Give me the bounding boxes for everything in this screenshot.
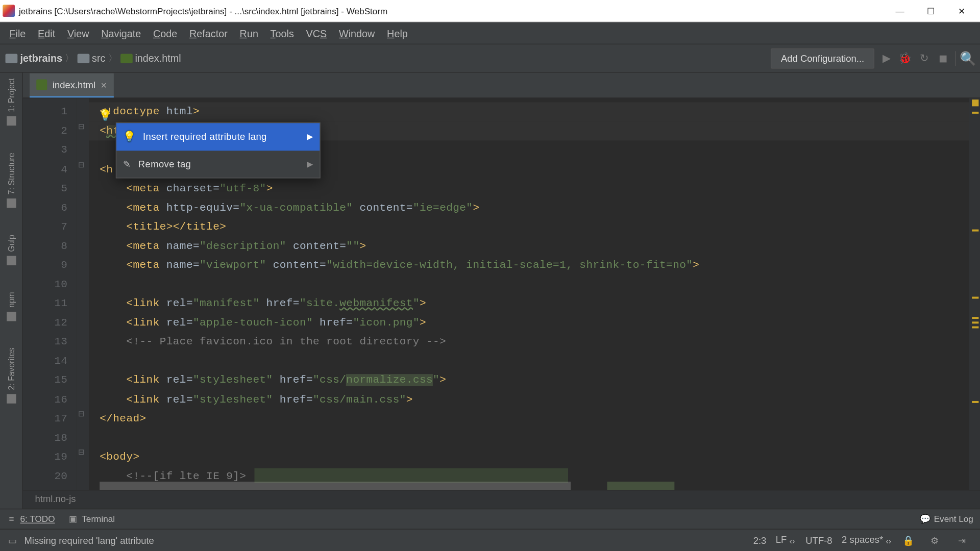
- horizontal-scrollbar[interactable]: [89, 482, 969, 490]
- search-icon[interactable]: 🔍: [961, 52, 974, 65]
- list-icon: ≡: [7, 514, 16, 523]
- lock-icon[interactable]: 🔒: [902, 534, 914, 546]
- warning-marker-icon: [972, 317, 978, 319]
- speech-icon: 💬: [920, 514, 929, 523]
- intention-item-insert-lang[interactable]: 💡 Insert required attribute lang ▶: [116, 123, 320, 150]
- tool-project[interactable]: 1: Project: [7, 78, 16, 126]
- titlebar: jetbrains [C:\Users\rache\WebstormProjec…: [0, 0, 980, 22]
- intention-item-remove-tag[interactable]: ✎ Remove tag ▶: [116, 151, 320, 178]
- indent-setting[interactable]: 2 spaces*‹›: [842, 535, 893, 545]
- app-icon: [3, 5, 15, 17]
- menu-tools[interactable]: Tools: [265, 24, 299, 41]
- fold-marker-icon[interactable]: ⊟: [78, 448, 84, 457]
- status-window-icon[interactable]: ▭: [7, 534, 19, 546]
- code-line: <link rel="stylesheet" href="css/main.cs…: [89, 390, 969, 409]
- tool-gulp[interactable]: Gulp: [7, 235, 16, 265]
- line-separator[interactable]: LF‹›: [776, 535, 796, 545]
- line-number: 6: [23, 198, 71, 217]
- chevron-right-icon: ▶: [307, 155, 313, 174]
- code-line: <meta name="viewport" content="width=dev…: [89, 256, 969, 275]
- left-toolwindow-bar: 1: Project 7: Structure Gulp npm 2: Favo…: [0, 72, 23, 509]
- line-number: 17: [23, 409, 71, 429]
- file-encoding[interactable]: UTF-8: [805, 535, 832, 545]
- code-line: <meta http-equiv="x-ua-compatible" conte…: [89, 198, 969, 217]
- code-panel[interactable]: 💡<!doctype html> <html class="no-js"> <h…: [89, 98, 969, 490]
- menu-file[interactable]: File: [4, 24, 31, 41]
- status-message: Missing required 'lang' attribute: [24, 535, 753, 545]
- breadcrumb-item[interactable]: jetbrains: [20, 53, 62, 64]
- nav-toolbar: jetbrains 〉 src 〉 index.html Add Configu…: [0, 44, 980, 72]
- project-icon: [7, 116, 16, 126]
- bottom-toolwindow-bar: ≡6: TODO ▣Terminal 💬Event Log: [0, 509, 980, 529]
- inspect-icon[interactable]: ⚙: [929, 534, 941, 546]
- warning-marker-icon: [972, 99, 978, 106]
- code-line: <link rel="stylesheet" href="css/normali…: [89, 371, 969, 390]
- editor-breadcrumb[interactable]: html.no-js: [23, 490, 980, 509]
- menu-refactor[interactable]: Refactor: [184, 24, 233, 41]
- editor-tabs: index.html ×: [23, 72, 980, 98]
- breadcrumb: jetbrains 〉 src 〉 index.html: [6, 52, 771, 64]
- close-button[interactable]: ✕: [946, 0, 977, 21]
- tool-structure[interactable]: 7: Structure: [7, 153, 16, 208]
- warning-marker-icon: [972, 327, 978, 329]
- breadcrumb-item[interactable]: src: [92, 53, 105, 64]
- chevron-right-icon: 〉: [108, 52, 117, 64]
- menu-help[interactable]: Help: [382, 24, 413, 41]
- editor-shell: index.html × 1💡 2 3 4 5 6 7 8 9 10 11 12…: [23, 72, 980, 509]
- html-file-icon: [36, 80, 47, 90]
- fold-marker-icon[interactable]: ⊟: [78, 161, 84, 169]
- editor-body[interactable]: 1💡 2 3 4 5 6 7 8 9 10 11 12 13 14 15 16 …: [23, 98, 980, 490]
- debug-icon[interactable]: 🐞: [898, 52, 912, 65]
- line-number: 13: [23, 332, 71, 352]
- line-number: 19: [23, 447, 71, 467]
- bulb-icon: 💡: [123, 127, 136, 146]
- terminal-icon: ▣: [68, 514, 78, 523]
- breadcrumb-path: html.no-js: [35, 493, 76, 504]
- line-number: 4: [23, 160, 71, 179]
- toolwindow-todo[interactable]: ≡6: TODO: [7, 514, 55, 524]
- toolwindow-terminal[interactable]: ▣Terminal: [68, 514, 115, 524]
- gulp-icon: [7, 256, 16, 265]
- toolwindow-event-log[interactable]: 💬Event Log: [920, 514, 973, 524]
- tool-npm[interactable]: npm: [7, 292, 16, 321]
- fold-gutter: ⊟ ⊟ ⊟ ⊟: [77, 98, 89, 490]
- star-icon: [7, 394, 16, 404]
- code-line: <meta charset="utf-8">: [89, 179, 969, 198]
- statusbar: ▭ Missing required 'lang' attribute 2:3 …: [0, 529, 980, 550]
- caret-position[interactable]: 2:3: [753, 535, 767, 545]
- intention-item-label: Insert required attribute lang: [143, 127, 267, 146]
- line-number: 18: [23, 428, 71, 447]
- window-title: jetbrains [C:\Users\rache\WebstormProjec…: [19, 6, 885, 16]
- tool-favorites[interactable]: 2: Favorites: [7, 348, 16, 404]
- menu-edit[interactable]: Edit: [33, 24, 61, 41]
- menu-run[interactable]: Run: [234, 24, 263, 41]
- line-number: 5: [23, 179, 71, 198]
- exit-icon[interactable]: ⇥: [956, 534, 968, 546]
- code-line: <meta name="description" content="">: [89, 237, 969, 256]
- menu-window[interactable]: Window: [333, 24, 380, 41]
- minimize-button[interactable]: —: [885, 0, 916, 21]
- line-number: 8: [23, 237, 71, 256]
- menu-view[interactable]: View: [62, 24, 94, 41]
- menubar: File Edit View Navigate Code Refactor Ru…: [0, 22, 980, 45]
- stop-icon[interactable]: ◼: [936, 52, 949, 65]
- fold-marker-icon[interactable]: ⊟: [78, 410, 84, 418]
- fold-marker-icon[interactable]: ⊟: [78, 122, 84, 131]
- chevron-right-icon: ▶: [307, 127, 313, 146]
- warning-marker-icon: [972, 297, 978, 299]
- close-icon[interactable]: ×: [101, 79, 107, 90]
- rerun-icon[interactable]: ↻: [917, 52, 930, 65]
- chevron-right-icon: 〉: [65, 52, 74, 64]
- menu-navigate[interactable]: Navigate: [96, 24, 146, 41]
- menu-code[interactable]: Code: [148, 24, 182, 41]
- error-stripe[interactable]: [969, 98, 980, 490]
- warning-marker-icon: [972, 401, 978, 403]
- line-number: 2: [23, 121, 71, 141]
- code-line: <body>: [89, 447, 969, 467]
- run-icon[interactable]: ▶: [880, 52, 893, 65]
- breadcrumb-item[interactable]: index.html: [135, 53, 181, 64]
- add-configuration-button[interactable]: Add Configuration...: [771, 48, 874, 68]
- editor-tab-index[interactable]: index.html ×: [30, 73, 113, 97]
- maximize-button[interactable]: ☐: [915, 0, 946, 21]
- menu-vcs[interactable]: VCS: [301, 24, 332, 41]
